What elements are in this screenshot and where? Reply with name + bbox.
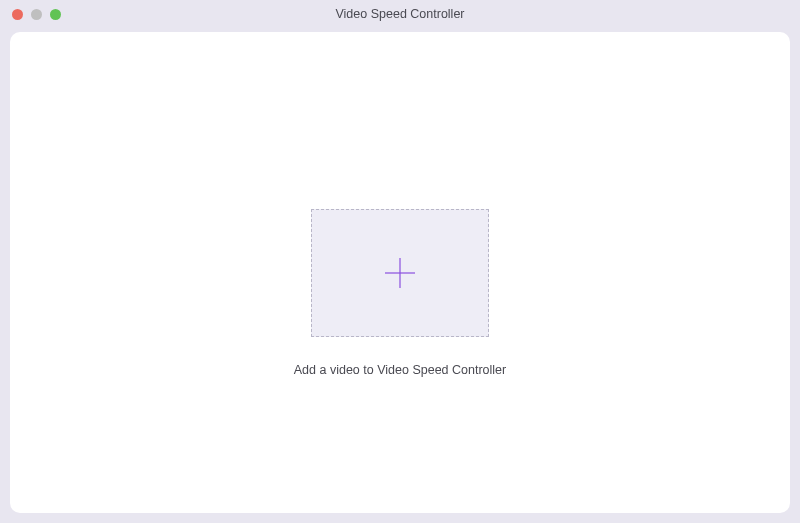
zoom-window-button[interactable] [50, 9, 61, 20]
plus-icon [381, 254, 419, 292]
content-area: Add a video to Video Speed Controller [10, 32, 790, 513]
add-video-help-text: Add a video to Video Speed Controller [294, 363, 506, 377]
traffic-lights [12, 9, 61, 20]
add-video-dropzone[interactable] [311, 209, 489, 337]
window-title: Video Speed Controller [335, 7, 464, 21]
close-window-button[interactable] [12, 9, 23, 20]
titlebar: Video Speed Controller [0, 0, 800, 28]
minimize-window-button[interactable] [31, 9, 42, 20]
